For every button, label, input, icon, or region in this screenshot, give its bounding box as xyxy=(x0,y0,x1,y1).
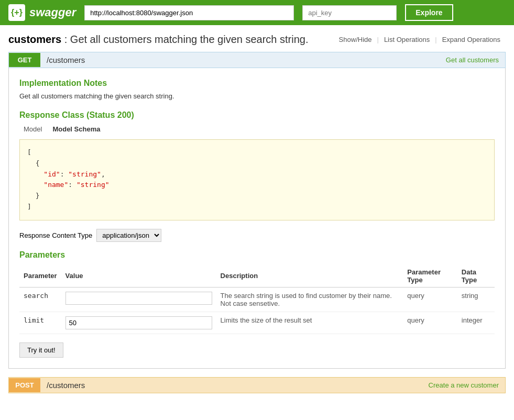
get-badge: GET xyxy=(9,53,40,67)
params-table: Parameter Value Description Parameter Ty… xyxy=(19,265,495,334)
api-actions: Show/Hide | List Operations | Expand Ope… xyxy=(334,36,506,43)
impl-notes-text: Get all customers matching the given sea… xyxy=(19,92,495,100)
param-description: Limits the size of the result set xyxy=(221,316,312,324)
table-row: search The search string is used to find… xyxy=(19,287,495,312)
list-operations-link[interactable]: List Operations xyxy=(379,36,435,43)
post-path: /customers xyxy=(40,378,422,393)
param-name: limit xyxy=(24,316,44,324)
params-col-parameter-type: Parameter Type xyxy=(403,265,457,288)
param-parameter-type: query xyxy=(407,316,424,324)
endpoint-name: customers xyxy=(8,34,61,45)
api-key-input[interactable] xyxy=(302,5,397,20)
params-col-data-type: Data Type xyxy=(457,265,495,288)
post-badge: POST xyxy=(9,378,40,392)
impl-notes-title: Implementation Notes xyxy=(19,79,495,88)
content-panel: Implementation Notes Get all customers m… xyxy=(8,68,506,369)
param-description: The search string is used to find custom… xyxy=(221,292,392,307)
param-data-type: integer xyxy=(462,316,483,324)
api-description: Get all customers matching the given sea… xyxy=(70,34,309,45)
params-col-parameter: Parameter xyxy=(19,265,61,288)
param-parameter-type: query xyxy=(407,292,424,300)
url-input[interactable] xyxy=(84,5,294,20)
show-hide-link[interactable]: Show/Hide xyxy=(334,36,377,43)
post-method-row[interactable]: POST /customers Create a new customer xyxy=(8,377,506,393)
get-method-row[interactable]: GET /customers Get all customers xyxy=(8,52,506,68)
logo-text: swagger xyxy=(29,6,76,19)
param-value-input[interactable] xyxy=(65,292,212,305)
main-content: customers : Get all customers matching t… xyxy=(0,25,514,402)
api-title-section: customers : Get all customers matching t… xyxy=(8,34,506,46)
response-content-type-select[interactable]: application/json xyxy=(96,229,161,242)
params-title: Parameters xyxy=(19,250,495,260)
table-row: limit Limits the size of the result set … xyxy=(19,312,495,334)
explore-button[interactable]: Explore xyxy=(405,4,453,21)
response-content-type-row: Response Content Type application/json xyxy=(19,229,495,242)
get-path: /customers xyxy=(40,52,440,68)
params-col-value: Value xyxy=(61,265,216,288)
params-col-description: Description xyxy=(216,265,403,288)
model-schema-tab[interactable]: Model Schema xyxy=(48,124,104,134)
param-value-input[interactable] xyxy=(65,316,212,329)
header: {+} swagger Explore xyxy=(0,0,514,25)
try-it-out-button[interactable]: Try it out! xyxy=(19,342,63,358)
expand-operations-link[interactable]: Expand Operations xyxy=(437,36,506,43)
response-class-title: Response Class (Status 200) xyxy=(19,110,495,120)
get-summary[interactable]: Get all customers xyxy=(440,53,505,67)
model-tab[interactable]: Model xyxy=(19,124,46,134)
json-schema-display: [ { "id": "string", "name": "string" } ] xyxy=(19,139,495,220)
logo-area: {+} swagger xyxy=(8,4,76,21)
api-title: customers : Get all customers matching t… xyxy=(8,34,308,46)
post-summary[interactable]: Create a new customer xyxy=(422,378,505,392)
param-data-type: string xyxy=(462,292,478,300)
response-content-type-label: Response Content Type xyxy=(19,231,92,239)
swagger-logo-icon: {+} xyxy=(8,4,25,21)
param-name: search xyxy=(24,292,48,300)
model-tabs: Model Model Schema xyxy=(19,124,495,134)
api-separator: : xyxy=(61,34,70,45)
